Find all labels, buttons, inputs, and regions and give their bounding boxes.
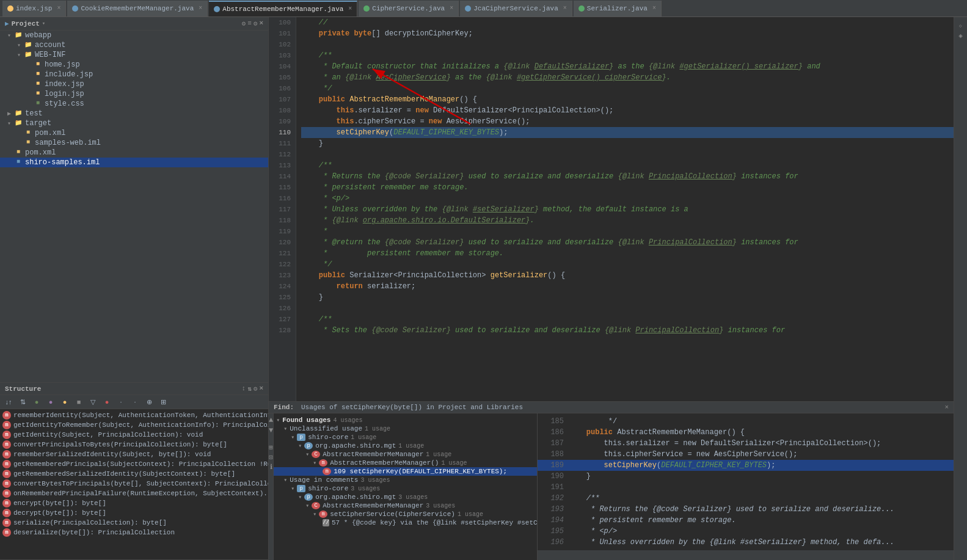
find-abstract-cls-2[interactable]: ▾ C AbstractRememberMeManager 3 usages — [274, 501, 538, 510]
tree-account[interactable]: ▾ 📁 account — [0, 40, 268, 50]
tab-serializer[interactable]: Serializer.java × — [574, 1, 662, 16]
tree-label-pom2: pom.xml — [25, 148, 56, 157]
tree-samples-web-iml[interactable]: ■ samples-web.iml — [0, 138, 268, 148]
find-org-pkg-1[interactable]: ▾ p org.apache.shiro.mgt 1 usage — [274, 442, 538, 450]
nav-up-icon[interactable]: ▲ — [269, 416, 273, 424]
find-comment-ref[interactable]: // 57 * {@code key} via the {@link #setC… — [274, 518, 538, 527]
s-btn-anon[interactable]: ⊕ — [143, 396, 155, 407]
struct-item-0[interactable]: m rememberIdentity(Subject, Authenticati… — [0, 410, 268, 420]
find-setcipherkey-ref[interactable]: m 109 setCipherKey(DEFAULT_CIPHER_KEY_BY… — [274, 467, 538, 476]
find-close-btn[interactable]: × — [944, 404, 949, 411]
project-dropdown-icon[interactable]: ▾ — [42, 20, 45, 27]
struct-item-4[interactable]: m rememberSerializedIdentity(Subject, by… — [0, 449, 268, 459]
tree-index-jsp[interactable]: ■ index.jsp — [0, 79, 268, 89]
s-btn-filter[interactable]: ▽ — [87, 396, 99, 407]
tab-close-5[interactable]: × — [652, 5, 656, 12]
find-shiro-core-1[interactable]: ▾ p shiro-core 1 usage — [274, 433, 538, 442]
structure-title: Structure — [5, 385, 41, 393]
tree-home-jsp[interactable]: ■ home.jsp — [0, 60, 268, 70]
struct-item-6[interactable]: m getRememberedSerializedIdentity(Subjec… — [0, 469, 268, 479]
linenum-124: 124 — [269, 281, 296, 292]
find-root[interactable]: ▾ Found usages 4 usages — [274, 416, 538, 424]
struct-label-4: rememberSerializedIdentity(Subject, byte… — [13, 451, 211, 458]
find-shiro-core-2[interactable]: ▾ p shiro-core 3 usages — [274, 484, 538, 493]
tab-close-2[interactable]: × — [348, 5, 352, 12]
tree-target[interactable]: ▾ 📁 target — [0, 118, 268, 128]
struct-item-3[interactable]: m convertPrincipalsToBytes(PrincipalColl… — [0, 440, 268, 449]
tree-login-jsp[interactable]: ■ login.jsp — [0, 89, 268, 99]
struct-item-10[interactable]: m decrypt(byte[]): byte[] — [0, 508, 268, 518]
tab-close-0[interactable]: × — [57, 5, 60, 12]
tree-arrow-target: ▾ — [5, 120, 13, 127]
struct-item-7[interactable]: m convertBytesToPrincipals(byte[], Subje… — [0, 479, 268, 489]
settings2-icon[interactable]: ⚙ — [254, 385, 258, 393]
tab-close-4[interactable]: × — [563, 5, 567, 12]
tree-include-jsp[interactable]: ■ include.jsp — [0, 70, 268, 79]
right-icon-2[interactable]: ◈ — [958, 32, 963, 40]
struct-icon-m9: m — [2, 499, 11, 507]
gear-icon[interactable]: ⚙ — [242, 20, 246, 27]
find-abstract-cls-1[interactable]: ▾ C AbstractRememberMeManager 1 usage — [274, 450, 538, 459]
linenum-127: 127 — [269, 314, 296, 325]
tab-jca[interactable]: JcaCipherService.java × — [460, 1, 572, 16]
tree-test[interactable]: ▶ 📁 test — [0, 109, 268, 118]
cls-icon-1: C — [312, 451, 320, 458]
sort-icon[interactable]: ⇅ — [247, 385, 252, 393]
tree-label-index: index.jsp — [45, 80, 84, 89]
s-btn-1[interactable]: ↓↑ — [2, 396, 15, 407]
tree-shiro-samples-iml[interactable]: ■ shiro-samples.iml — [0, 158, 268, 167]
tab-index-jsp[interactable]: index.jsp × — [2, 1, 66, 16]
struct-item-9[interactable]: m encrypt(byte[]): byte[] — [0, 498, 268, 508]
s-btn-green[interactable]: ● — [31, 396, 43, 407]
struct-item-5[interactable]: m getRememberedPrincipals(SubjectContext… — [0, 459, 268, 469]
s-btn-gray[interactable]: ■ — [73, 396, 85, 407]
tab-cipher[interactable]: CipherService.java × — [359, 1, 459, 16]
project-tree[interactable]: ▶ Project ▾ ⚙ ≡ ⚙ × ▾ 📁 webapp ▾ 📁 — [0, 17, 268, 383]
find-ctor1-label: AbstractRememberMeManager() — [330, 459, 439, 467]
method-icon-1: m — [319, 459, 327, 467]
s-btn-red[interactable]: ● — [101, 396, 113, 407]
nav-group-icon[interactable]: ⊞ — [269, 443, 273, 451]
s-btn-dot2[interactable]: · — [129, 396, 141, 407]
settings-icon[interactable]: ⚙ — [254, 20, 258, 27]
tab-abstract[interactable]: AbstractRememberMeManager.java × — [209, 1, 357, 16]
close2-icon[interactable]: × — [259, 385, 263, 393]
collapse-icon[interactable]: ≡ — [247, 20, 252, 27]
find-preview[interactable]: 185 */ 186 public AbstractRememberMeMana… — [538, 413, 954, 550]
find-tree[interactable]: ▾ Found usages 4 usages ▾ Unclassified u… — [274, 413, 538, 560]
s-btn-purple[interactable]: ● — [45, 396, 57, 407]
find-org-pkg-2[interactable]: ▾ p org.apache.shiro.mgt 3 usages — [274, 493, 538, 501]
struct-item-12[interactable]: m deserialize(byte[]): PrincipalCollecti… — [0, 528, 268, 537]
tree-style-css[interactable]: ■ style.css — [0, 99, 268, 109]
s-btn-2[interactable]: ⇅ — [16, 396, 29, 407]
tree-pom-xml-1[interactable]: ■ pom.xml — [0, 128, 268, 138]
find-constructor-1[interactable]: ▾ m AbstractRememberMeManager() 1 usage — [274, 459, 538, 467]
struct-item-2[interactable]: m getIdentity(Subject, PrincipalCollecti… — [0, 430, 268, 440]
linenum-125: 125 — [269, 292, 296, 303]
tree-pom-xml-2[interactable]: ■ pom.xml — [0, 148, 268, 158]
nav-info-icon[interactable]: ℹ — [270, 463, 272, 471]
struct-item-11[interactable]: m serialize(PrincipalCollection): byte[] — [0, 518, 268, 528]
tab-icon-abstract — [214, 6, 220, 12]
editor-code[interactable]: // private byte[] decryptionCipherKey; /… — [296, 17, 954, 401]
tab-cookie[interactable]: CookieRememberMeManager.java × — [67, 1, 208, 16]
struct-item-1[interactable]: m getIdentityToRemember(Subject, Authent… — [0, 420, 268, 430]
tree-webapp[interactable]: ▾ 📁 webapp — [0, 31, 268, 40]
tab-close-1[interactable]: × — [199, 5, 202, 12]
find-setcipherservice[interactable]: ▾ m setCipherService(CipherService) 1 us… — [274, 510, 538, 518]
struct-label-0: rememberIdentity(Subject, Authentication… — [13, 412, 268, 419]
close-project-icon[interactable]: × — [259, 20, 263, 27]
s-btn-orange[interactable]: ● — [59, 396, 71, 407]
s-btn-dot1[interactable]: · — [115, 396, 127, 407]
struct-item-8[interactable]: m onRememberedPrincipalFailure(RuntimeEx… — [0, 489, 268, 498]
tree-webinf[interactable]: ▾ 📁 WEB-INF — [0, 50, 268, 60]
tab-close-3[interactable]: × — [450, 5, 453, 12]
nav-filter2-icon[interactable]: ⊡ — [269, 453, 273, 461]
nav-down-icon[interactable]: ▼ — [269, 426, 273, 435]
structure-list[interactable]: m rememberIdentity(Subject, Authenticati… — [0, 409, 268, 559]
sort-alpha-icon[interactable]: ↕ — [242, 385, 246, 393]
s-btn-expand[interactable]: ⊞ — [157, 396, 169, 407]
right-icon-1[interactable]: ⬦ — [958, 22, 963, 29]
find-unclassified[interactable]: ▾ Unclassified usage 1 usage — [274, 424, 538, 433]
find-comments-group[interactable]: ▾ Usage in comments 3 usages — [274, 476, 538, 484]
